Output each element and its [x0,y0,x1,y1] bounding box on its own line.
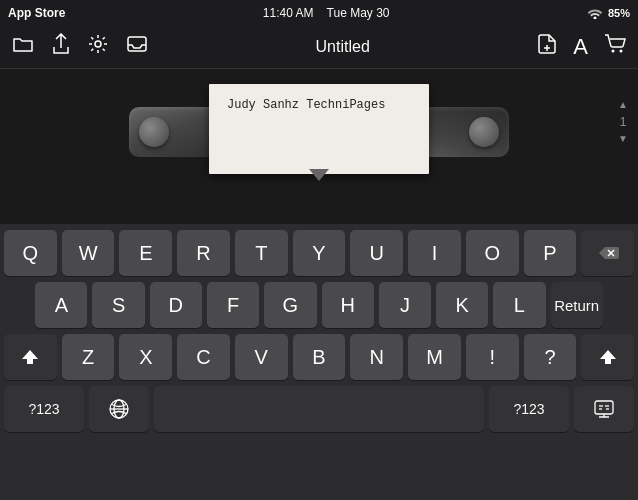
key-y[interactable]: Y [293,230,346,276]
document-title: Untitled [316,38,370,55]
key-f[interactable]: F [207,282,259,328]
typewriter-left-knob [139,117,169,147]
status-bar: App Store 11:40 AM Tue May 30 85% [0,0,638,25]
key-o[interactable]: O [466,230,519,276]
keyboard-bottom-row: ?123 ?123 [0,386,638,432]
key-t[interactable]: T [235,230,288,276]
key-m[interactable]: M [408,334,461,380]
date-label: Tue May 30 [327,6,390,20]
cursor-indicator [309,169,329,181]
share-icon[interactable] [52,33,70,60]
keyboard-rows: Q W E R T Y U I O P A S D F [0,224,638,380]
page-indicator: ▲ 1 ▼ [618,99,628,144]
font-icon[interactable]: A [573,34,588,60]
svg-point-4 [612,50,615,53]
key-k[interactable]: K [436,282,488,328]
return-key[interactable]: Return [551,282,603,328]
key-x[interactable]: X [119,334,172,380]
key-u[interactable]: U [350,230,403,276]
key-g[interactable]: G [264,282,316,328]
status-right: 85% [587,7,630,19]
document-paper[interactable]: Judy Sanhz TechniPages [209,84,429,174]
key-v[interactable]: V [235,334,288,380]
page-down-arrow: ▼ [618,133,628,144]
key-exclamation[interactable]: ! [466,334,519,380]
toolbar-left [12,33,148,60]
key-n[interactable]: N [350,334,403,380]
key-p[interactable]: P [524,230,577,276]
typewriter-right-knob [469,117,499,147]
svg-point-0 [95,41,101,47]
typewriter-container: Judy Sanhz TechniPages [119,79,519,179]
toolbar-center: Untitled [316,38,370,56]
key-d[interactable]: D [150,282,202,328]
editor-area: ▲ 1 ▼ Judy Sanhz TechniPages [0,69,638,224]
key-b[interactable]: B [293,334,346,380]
status-center: 11:40 AM Tue May 30 [263,6,390,20]
toolbar-right: A [537,33,626,60]
shift-left-key[interactable] [4,334,57,380]
page-number: 1 [619,114,626,129]
toolbar: Untitled A [0,25,638,69]
key-z[interactable]: Z [62,334,115,380]
settings-icon[interactable] [88,34,108,59]
numbers-key-left[interactable]: ?123 [4,386,84,432]
keyboard: Q W E R T Y U I O P A S D F [0,224,638,500]
key-question[interactable]: ? [524,334,577,380]
new-doc-icon[interactable] [537,33,557,60]
svg-rect-11 [595,401,613,414]
inbox-icon[interactable] [126,35,148,58]
key-s[interactable]: S [92,282,144,328]
page-up-arrow: ▲ [618,99,628,110]
keyboard-dismiss-key[interactable] [574,386,634,432]
key-w[interactable]: W [62,230,115,276]
key-q[interactable]: Q [4,230,57,276]
svg-rect-1 [128,37,146,51]
key-i[interactable]: I [408,230,461,276]
battery-label: 85% [608,7,630,19]
keyboard-row-3: Z X C V B N M ! ? [4,334,634,380]
key-c[interactable]: C [177,334,230,380]
key-h[interactable]: H [322,282,374,328]
cart-icon[interactable] [604,34,626,59]
document-text: Judy Sanhz TechniPages [227,98,385,112]
key-e[interactable]: E [119,230,172,276]
numbers-key-right[interactable]: ?123 [489,386,569,432]
key-a[interactable]: A [35,282,87,328]
backspace-key[interactable] [581,230,634,276]
keyboard-row-2: A S D F G H J K L Return [4,282,634,328]
app-store-label: App Store [8,6,65,20]
keyboard-row-1: Q W E R T Y U I O P [4,230,634,276]
shift-right-key[interactable] [581,334,634,380]
svg-point-5 [620,50,623,53]
folder-icon[interactable] [12,35,34,58]
wifi-icon [587,7,603,19]
key-r[interactable]: R [177,230,230,276]
space-key[interactable] [154,386,484,432]
key-l[interactable]: L [493,282,545,328]
status-left: App Store [8,6,65,20]
key-j[interactable]: J [379,282,431,328]
emoji-key[interactable] [89,386,149,432]
time-label: 11:40 AM [263,6,314,20]
